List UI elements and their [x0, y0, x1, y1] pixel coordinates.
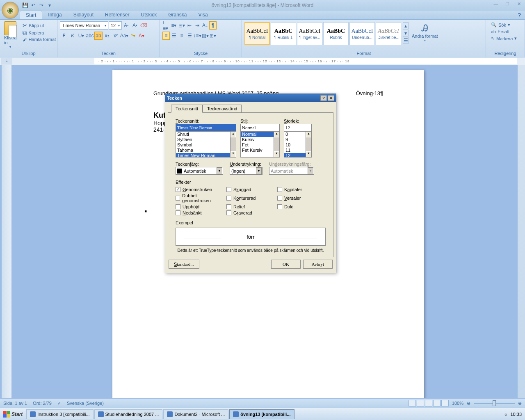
superscript-button[interactable]: x² [112, 32, 120, 40]
sort-button[interactable]: A↓ [201, 21, 209, 30]
copy-button[interactable]: ⿻Kopiera [23, 30, 56, 35]
tab-utskick[interactable]: Utskick [135, 11, 162, 19]
web-layout-view[interactable] [425, 400, 432, 406]
show-marks-button[interactable]: ¶ [209, 21, 217, 30]
underline-button[interactable]: U▾ [77, 32, 85, 40]
styles-down-button[interactable]: ▾ [403, 30, 409, 37]
zoom-slider[interactable] [474, 403, 515, 404]
bold-button[interactable]: F [60, 32, 68, 40]
checkbox-emboss[interactable]: Relief [226, 204, 275, 209]
select-button[interactable]: ↖Markera ▾ [491, 36, 517, 41]
tab-selector[interactable]: L [1, 58, 12, 64]
borders-button[interactable]: ⊞▾ [209, 32, 217, 40]
increase-indent-button[interactable]: ⇥ [194, 21, 201, 30]
checkbox-sub[interactable]: Nedsänkt [176, 210, 224, 215]
numbering-button[interactable]: ≡▾ [170, 21, 178, 30]
office-button[interactable]: ◉ [2, 2, 19, 19]
change-case-button[interactable]: Aa▾ [120, 32, 128, 40]
paste-button[interactable]: Klistra in ▾ [2, 21, 19, 50]
maximize-button[interactable]: ☐ [503, 1, 512, 7]
minimize-button[interactable]: — [491, 1, 500, 7]
style-rubrik1[interactable]: AaBbC¶ Rubrik 1 [271, 22, 296, 45]
text-highlight-button[interactable]: ᴬ▾ [129, 32, 137, 40]
dialog-titlebar[interactable]: Tecken ? X [165, 94, 336, 102]
italic-button[interactable]: K [68, 32, 77, 40]
cancel-button[interactable]: Avbryt [303, 260, 333, 269]
justify-button[interactable]: ☰ [186, 32, 193, 40]
help-icon[interactable]: ? [518, 12, 521, 18]
checkbox-strike[interactable]: ✓Genomstruken [176, 187, 224, 192]
font-name-dropdown[interactable]: Times New Roman▾ [60, 21, 108, 30]
subscript-button[interactable]: x₂ [103, 32, 111, 40]
tab-granska[interactable]: Granska [162, 11, 192, 19]
font-size-listbox[interactable]: 8 9 10 11 12 ▲▼ [284, 131, 312, 158]
spell-check-icon[interactable]: ✓ [57, 401, 61, 406]
vertical-ruler[interactable] [2, 65, 11, 398]
scroll-down-icon[interactable]: ▼ [231, 151, 236, 157]
strikethrough-button[interactable]: abc [86, 32, 94, 40]
line-spacing-button[interactable]: ↕≡▾ [194, 32, 201, 40]
style-rubrik[interactable]: AaBbCRubrik [323, 22, 349, 45]
checkbox-super[interactable]: Upphöjd [176, 204, 224, 209]
checkbox-hidden[interactable]: Dold [277, 204, 326, 209]
ok-button[interactable]: OK [271, 260, 301, 269]
font-size-dropdown[interactable]: 12▾ [109, 21, 122, 30]
redo-icon[interactable]: ↷ [38, 2, 45, 9]
style-underrub[interactable]: AaBbCcIUnderrub... [349, 22, 375, 45]
shrink-font-button[interactable]: A▾ [131, 21, 139, 30]
cut-button[interactable]: ✂Klipp ut [23, 22, 56, 29]
tab-sidlayout[interactable]: Sidlayout [68, 11, 99, 19]
zoom-in-button[interactable]: ⊕ [518, 401, 522, 406]
font-name-input[interactable] [176, 124, 236, 131]
horizontal-ruler[interactable]: · 2 · ı · 1 · ı · · ı · 1 · ı · 2 · ı · … [94, 58, 517, 64]
align-right-button[interactable]: ≡ [178, 32, 185, 40]
page-info[interactable]: Sida: 1 av 1 [3, 401, 27, 406]
undo-icon[interactable]: ↶ [30, 2, 37, 9]
language-info[interactable]: Svenska (Sverige) [67, 401, 104, 406]
qat-dropdown-icon[interactable]: ▾ [46, 2, 53, 9]
font-size-input[interactable] [284, 124, 312, 131]
style-inget[interactable]: AaBbCcI¶ Inget av... [297, 22, 322, 45]
style-normal[interactable]: AaBbCcI¶ Normal [244, 22, 270, 45]
scroll-up-icon[interactable]: ▲ [231, 132, 236, 137]
find-button[interactable]: 🔍Sök ▾ [491, 22, 517, 27]
font-style-input[interactable] [240, 124, 280, 131]
font-name-listbox[interactable]: Shruti Sylfaen Symbol Tahoma Times New R… [176, 131, 236, 158]
tab-start[interactable]: Start [20, 11, 42, 19]
checkbox-outline[interactable]: Konturerad [226, 193, 275, 203]
save-icon[interactable]: 💾 [21, 2, 29, 9]
task-item-4[interactable]: övning13 [kompatibili... [229, 409, 294, 419]
font-color-combo[interactable]: Automatisk▼ [176, 167, 223, 175]
dialog-help-button[interactable]: ? [320, 95, 327, 101]
vertical-scrollbar[interactable] [518, 65, 525, 398]
dialog-close-button[interactable]: X [328, 95, 334, 101]
tab-referenser[interactable]: Referenser [99, 11, 135, 19]
zoom-level[interactable]: 100% [452, 401, 463, 406]
tab-visa[interactable]: Visa [193, 11, 214, 19]
checkbox-shadow[interactable]: Skuggad [226, 187, 275, 192]
tab-teckensnitt[interactable]: Teckensnitt [171, 105, 203, 113]
tab-teckenavstand[interactable]: Teckenavstånd [203, 105, 242, 113]
zoom-out-button[interactable]: ⊖ [467, 401, 470, 406]
grow-font-button[interactable]: A▴ [122, 21, 130, 30]
full-screen-view[interactable] [417, 400, 424, 406]
font-style-listbox[interactable]: Normal Kursiv Fet Fet Kursiv ▲▼ [240, 131, 280, 158]
default-button[interactable]: Standard... [169, 260, 199, 269]
change-styles-button[interactable]: Ꭿ Ändra format ▾ [409, 22, 441, 43]
align-left-button[interactable]: ≡ [162, 32, 170, 40]
styles-up-button[interactable]: ▴ [403, 22, 409, 29]
shading-button[interactable]: ▨▾ [201, 32, 209, 40]
format-painter-button[interactable]: 🖌Hämta format [23, 37, 56, 42]
bullets-button[interactable]: ⁝≡▾ [162, 21, 170, 30]
checkbox-dstrike[interactable]: Dubbelt genomstruken [176, 193, 224, 203]
align-center-button[interactable]: ☰ [170, 32, 178, 40]
replace-button[interactable]: abErsätt [491, 29, 517, 34]
draft-view[interactable] [441, 400, 449, 406]
checkbox-allcaps[interactable]: Versaler [277, 193, 326, 203]
task-item-2[interactable]: Studiehandledning 2007 ... [94, 409, 163, 419]
styles-more-button[interactable]: ☰ [403, 37, 409, 44]
style-diskret[interactable]: AaBbCcIDiskret be... [376, 22, 401, 45]
outline-view[interactable] [433, 400, 441, 406]
close-button[interactable]: ✕ [514, 1, 523, 7]
decrease-indent-button[interactable]: ⇤ [186, 21, 193, 30]
